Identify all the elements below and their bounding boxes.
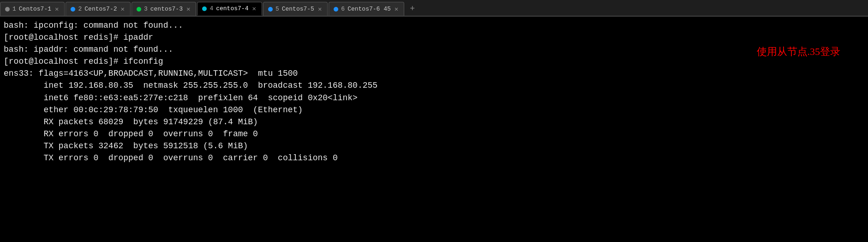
tab-close-icon[interactable]: ✕: [251, 5, 257, 12]
tab-label: Centos7-2: [84, 6, 117, 12]
tab-centos7-4[interactable]: 4 centos7-4 ✕: [197, 2, 262, 16]
tab-label: Centos7-1: [19, 6, 51, 12]
tab-centos7-2[interactable]: 2 Centos7-2 ✕: [66, 2, 130, 16]
terminal-content: bash: ipconfig: command not found... [ro…: [4, 19, 864, 164]
tab-close-icon[interactable]: ✕: [394, 5, 399, 13]
tab-label: centos7-4: [216, 5, 248, 12]
tab-centos7-1[interactable]: 1 Centos7-1 ✕: [0, 2, 65, 16]
tab-centos7-3[interactable]: 3 centos7-3 ✕: [132, 2, 196, 16]
tab-centos7-6-45[interactable]: 6 Centos7-6 45 ✕: [329, 2, 404, 16]
tab-indicator: [137, 7, 141, 12]
tab-number: 2: [78, 6, 82, 12]
tab-indicator: [71, 7, 75, 12]
tab-number: 5: [275, 6, 279, 12]
tab-close-icon[interactable]: ✕: [54, 5, 60, 13]
annotation: 使用从节点.35登录: [757, 44, 841, 59]
tab-centos7-5[interactable]: 5 Centos7-5 ✕: [263, 2, 328, 16]
tab-label: centos7-3: [150, 6, 183, 12]
tab-number: 3: [144, 6, 148, 12]
tab-bar: 1 Centos7-1 ✕ 2 Centos7-2 ✕ 3 centos7-3 …: [0, 0, 868, 17]
tab-close-icon[interactable]: ✕: [317, 5, 323, 13]
tab-number: 6: [341, 6, 345, 12]
tab-indicator: [334, 7, 338, 12]
tab-close-icon[interactable]: ✕: [120, 5, 126, 13]
tab-label: Centos7-5: [282, 6, 314, 12]
terminal[interactable]: bash: ipconfig: command not found... [ro…: [0, 17, 868, 241]
tab-number: 4: [210, 5, 213, 12]
tab-label: Centos7-6 45: [347, 6, 391, 12]
tab-number: 1: [12, 6, 16, 12]
tab-indicator: [268, 7, 273, 12]
add-tab-button[interactable]: +: [405, 2, 419, 16]
tab-close-icon[interactable]: ✕: [186, 5, 191, 13]
tab-indicator: [202, 6, 207, 11]
tab-indicator: [5, 7, 10, 12]
